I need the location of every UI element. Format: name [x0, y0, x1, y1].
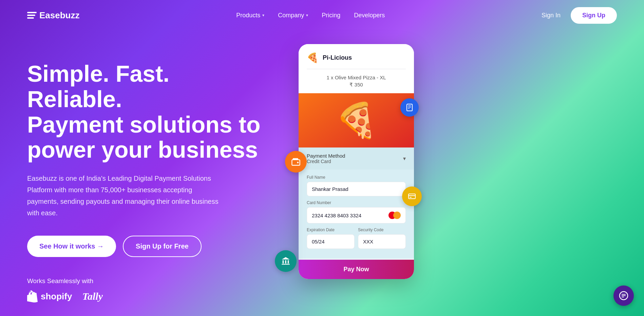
- logo-icon: [27, 12, 37, 19]
- svg-rect-4: [292, 160, 300, 165]
- payment-section: Payment Method Credit Card ▾ Full Name S…: [299, 147, 414, 279]
- expiration-label: Expiration Date: [307, 228, 355, 232]
- security-code-input[interactable]: XXX: [358, 234, 406, 249]
- pizza-food-icon: 🍕: [335, 100, 378, 140]
- nav-developers[interactable]: Developers: [354, 12, 385, 19]
- full-name-group: Full Name Shankar Prasad: [307, 175, 406, 196]
- how-it-works-button[interactable]: See How it works →: [27, 236, 116, 257]
- partner-logos: shopify Tally: [27, 290, 265, 302]
- hero-right: 🍕 Pi-Licious 1 x Olive Mixed Pizza - XL …: [265, 51, 617, 316]
- shopify-icon: [27, 290, 38, 302]
- order-details: 1 x Olive Mixed Pizza - XL ₹ 350: [299, 69, 414, 93]
- card-number-group: Card Number 2324 4238 8403 3324: [307, 200, 406, 223]
- bank-icon: [281, 256, 290, 266]
- payment-method-chevron-icon[interactable]: ▾: [403, 155, 406, 162]
- card-number-input[interactable]: 2324 4238 8403 3324: [307, 207, 406, 223]
- svg-rect-8: [410, 197, 412, 198]
- svg-rect-6: [409, 194, 415, 199]
- hero-buttons: See How it works → Sign Up for Free: [27, 236, 265, 257]
- store-name: Pi-Licious: [323, 54, 352, 61]
- works-with-label: Works Seamlessly with: [27, 277, 265, 285]
- navbar: Easebuzz Products ▾ Company ▾ Pricing De…: [0, 0, 644, 31]
- order-price: ₹ 350: [307, 82, 406, 88]
- company-chevron-icon: ▾: [306, 13, 308, 18]
- hero-left: Simple. Fast. Reliable. Payment solution…: [27, 51, 265, 302]
- logo-text: Easebuzz: [39, 10, 80, 21]
- svg-rect-0: [407, 104, 412, 111]
- nav-company[interactable]: Company ▾: [278, 12, 308, 19]
- phone-mockup: 🍕 Pi-Licious 1 x Olive Mixed Pizza - XL …: [299, 44, 414, 279]
- shopify-text: shopify: [41, 291, 72, 302]
- svg-rect-10: [283, 260, 284, 263]
- chat-icon: [619, 291, 628, 300]
- security-code-group: Security Code XXX: [358, 228, 406, 249]
- phone-header: 🍕 Pi-Licious: [299, 44, 414, 69]
- signup-free-button[interactable]: Sign Up for Free: [123, 236, 202, 257]
- svg-marker-9: [282, 257, 289, 259]
- products-chevron-icon: ▾: [262, 13, 264, 18]
- nav-products[interactable]: Products ▾: [236, 12, 264, 19]
- tally-logo: Tally: [82, 291, 103, 302]
- svg-rect-13: [282, 264, 289, 264]
- full-name-input[interactable]: Shankar Prasad: [307, 182, 406, 196]
- form-section: Full Name Shankar Prasad Card Number 232…: [299, 170, 414, 258]
- pay-now-button[interactable]: Pay Now: [299, 260, 414, 279]
- float-icon-bank: [275, 250, 297, 272]
- wallet-icon: [291, 157, 301, 166]
- logo[interactable]: Easebuzz: [27, 10, 80, 21]
- nav-links: Products ▾ Company ▾ Pricing Developers: [236, 12, 385, 19]
- payment-method-type: Credit Card: [307, 159, 345, 164]
- mastercard-icon: [389, 212, 401, 219]
- expiration-group: Expiration Date 05/24: [307, 228, 355, 249]
- pizza-emoji-icon: 🍕: [307, 52, 319, 63]
- payment-method-label: Payment Method: [307, 153, 345, 159]
- svg-rect-11: [285, 260, 286, 263]
- full-name-label: Full Name: [307, 175, 406, 180]
- hero-section: Simple. Fast. Reliable. Payment solution…: [0, 31, 644, 316]
- nav-actions: Sign In Sign Up: [542, 7, 617, 24]
- card-number-label: Card Number: [307, 200, 406, 205]
- chat-button[interactable]: [613, 285, 634, 306]
- float-icon-receipt: [400, 98, 419, 117]
- sign-in-link[interactable]: Sign In: [542, 12, 561, 19]
- expiration-input[interactable]: 05/24: [307, 234, 355, 249]
- hero-title: Simple. Fast. Reliable. Payment solution…: [27, 61, 265, 162]
- pizza-image: 🍕: [299, 93, 414, 147]
- svg-point-5: [297, 162, 299, 163]
- hero-subtitle: Easebuzz is one of India's Leading Digit…: [27, 173, 224, 219]
- receipt-icon: [405, 103, 414, 112]
- float-icon-card: [402, 186, 422, 206]
- form-row-expiry-security: Expiration Date 05/24 Security Code XXX: [307, 228, 406, 253]
- float-icon-wallet: [285, 151, 307, 173]
- payment-method-row: Payment Method Credit Card ▾: [299, 147, 414, 170]
- credit-card-icon: [408, 192, 416, 200]
- shopify-logo: shopify: [27, 290, 72, 302]
- security-code-label: Security Code: [358, 228, 406, 232]
- order-item: 1 x Olive Mixed Pizza - XL: [307, 75, 406, 80]
- nav-pricing[interactable]: Pricing: [322, 12, 340, 19]
- works-with-section: Works Seamlessly with shopify Tally: [27, 277, 265, 302]
- svg-rect-12: [288, 260, 289, 263]
- sign-up-button[interactable]: Sign Up: [571, 7, 617, 24]
